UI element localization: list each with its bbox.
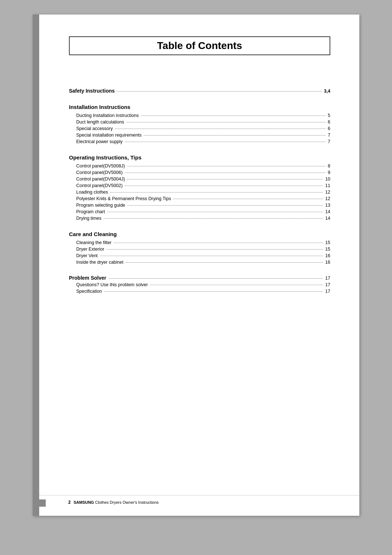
dots-panel-dv5002 [125,186,323,186]
page-panel-dv5006: 9 [328,170,330,175]
page-program-guide: 13 [325,203,330,208]
operating-section: Operating Instructions, Tips Control pan… [69,154,330,221]
safety-section: Safety Instructions 3,4 [69,88,330,94]
dots-special-install [144,135,326,135]
installation-section: Installation Instructions Ducting Instal… [69,104,330,144]
page-questions: 17 [325,282,330,287]
toc-item-loading-clothes: Loading clothes 12 [69,190,330,195]
toc-item-ducting: Ducting Installation instructions 5 [69,113,330,118]
toc-item-duct-length: Duct length calculations 6 [69,119,330,125]
dots-dryer-vent [100,256,323,256]
toc-item-specification: Specification 17 [69,289,330,294]
page-ducting: 5 [328,113,330,118]
safety-label: Safety Instructions [69,88,115,94]
label-ducting: Ducting Installation instructions [76,113,139,118]
safety-instructions-item: Safety Instructions 3,4 [69,88,330,94]
toc-item-panel-dv5002: Control panel(DV5002) 11 [69,183,330,188]
dots-electrical [125,142,326,142]
footer-bar [39,499,46,507]
toc-item-cleaning-filter: Cleaning the filter 15 [69,240,330,245]
dots-program-guide [127,205,323,206]
toc-item-panel-dv5006: Control panel(DV5006) 9 [69,170,330,175]
care-title: Care and Cleaning [69,231,330,237]
page-drying-times: 14 [325,216,330,221]
problem-section: Problem Solver 17 Questions? Use this pr… [69,275,330,294]
toc-item-dryer-exterior: Dryer Exterior 15 [69,247,330,252]
page-inside-cabinet: 16 [325,260,330,265]
dots-special-accessory [115,129,326,129]
page-specification: 17 [325,289,330,294]
label-dryer-exterior: Dryer Exterior [76,247,104,252]
page-panel-dv5008j: 8 [328,163,330,169]
label-program-guide: Program selecting guide [76,203,125,208]
page-dryer-exterior: 15 [325,247,330,252]
dots-panel-dv5006 [125,173,326,173]
label-cleaning-filter: Cleaning the filter [76,240,111,245]
page-special-accessory: 6 [328,126,330,131]
label-panel-dv5002: Control panel(DV5002) [76,183,123,188]
footer-brand-description: Clothes Dryers Owner's Instructions [95,500,159,505]
label-questions: Questions? Use this problem solver [76,282,148,287]
dots-loading-clothes [110,192,323,193]
page-wrapper: Table of Contents Safety Instructions 3,… [0,0,392,555]
page-panel-dv5004j: 10 [325,177,330,182]
label-special-install: Special installation requirements [76,133,142,138]
label-dryer-vent: Dryer Vent [76,253,98,258]
safety-page: 3,4 [324,89,330,94]
dots-program-chart [107,212,323,212]
title-container: Table of Contents [69,36,330,73]
dots-cleaning-filter [114,243,323,243]
page-duct-length: 6 [328,119,330,125]
page-title: Table of Contents [69,36,330,55]
label-polyester: Polyester Knits & Permanent Press Drying… [76,196,171,201]
page-loading-clothes: 12 [325,190,330,195]
toc-item-panel-dv5004j: Control panel(DV5004J) 10 [69,177,330,182]
page-problem-solver: 17 [325,276,330,281]
dots-dryer-exterior [106,249,323,250]
toc-item-electrical: Electrical power supply 7 [69,139,330,144]
label-drying-times: Drying times [76,216,101,221]
toc-item-panel-dv5008j: Control panel(DV5008J) 8 [69,163,330,169]
label-duct-length: Duct length calculations [76,119,124,125]
dots-duct-length [126,122,326,122]
toc-item-dryer-vent: Dryer Vent 16 [69,253,330,258]
label-panel-dv5008j: Control panel(DV5008J) [76,163,125,169]
toc-item-inside-cabinet: Inside the dryer cabinet 16 [69,260,330,265]
label-panel-dv5006: Control panel(DV5006) [76,170,123,175]
label-panel-dv5004j: Control panel(DV5004J) [76,177,125,182]
dots-panel-dv5004j [127,179,323,179]
page-special-install: 7 [328,133,330,138]
page-cleaning-filter: 15 [325,240,330,245]
footer: 2 SAMSUNG Clothes Dryers Owner's Instruc… [39,495,359,505]
dots-problem-solver [109,278,323,279]
label-specification: Specification [76,289,102,294]
label-problem-solver: Problem Solver [69,275,106,281]
label-inside-cabinet: Inside the dryer cabinet [76,260,123,265]
label-loading-clothes: Loading clothes [76,190,108,195]
care-section: Care and Cleaning Cleaning the filter 15… [69,231,330,265]
dots-polyester [173,199,323,199]
toc-item-polyester: Polyester Knits & Permanent Press Drying… [69,196,330,201]
toc-item-program-chart: Program chart 14 [69,209,330,214]
installation-title: Installation Instructions [69,104,330,110]
safety-dots [117,91,322,92]
footer-page-number: 2 [68,500,71,505]
dots-inside-cabinet [126,262,323,263]
footer-brand-text: SAMSUNG Clothes Dryers Owner's Instructi… [74,500,159,505]
footer-brand-name: SAMSUNG [74,500,94,505]
toc-item-questions: Questions? Use this problem solver 17 [69,282,330,287]
label-special-accessory: Special accessory [76,126,113,131]
page-polyester: 12 [325,196,330,201]
page-program-chart: 14 [325,209,330,214]
toc-item-special-install: Special installation requirements 7 [69,133,330,138]
page-panel-dv5002: 11 [325,183,330,188]
toc-item-drying-times: Drying times 14 [69,216,330,221]
page-electrical: 7 [328,139,330,144]
dots-drying-times [103,218,323,219]
toc-item-special-accessory: Special accessory 6 [69,126,330,131]
operating-title: Operating Instructions, Tips [69,154,330,161]
label-program-chart: Program chart [76,209,105,214]
dots-questions [150,285,323,285]
dots-ducting [141,116,326,116]
dots-specification [104,291,323,292]
